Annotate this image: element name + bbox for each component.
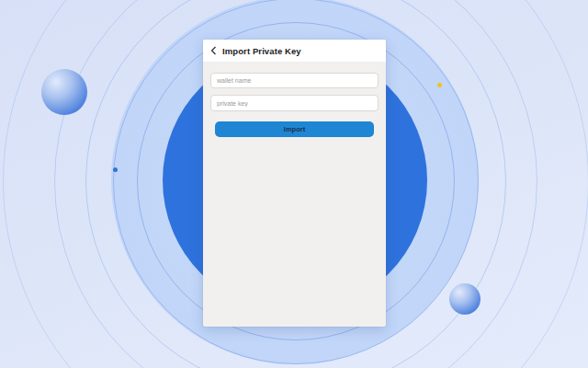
import-button[interactable]: Import (215, 121, 374, 137)
back-button[interactable] (205, 40, 221, 62)
yellow-dot-icon (437, 83, 442, 87)
private-key-input[interactable] (210, 95, 379, 111)
chevron-left-icon (210, 44, 217, 58)
panel-header: Import Private Key (203, 40, 386, 62)
wallet-name-input[interactable] (210, 73, 379, 88)
gradient-orb-icon (41, 69, 87, 115)
import-private-key-panel: Import Private Key Import (203, 40, 386, 327)
blue-dot-icon (113, 167, 118, 172)
page-title: Import Private Key (222, 46, 301, 56)
gradient-orb-icon (449, 283, 481, 315)
